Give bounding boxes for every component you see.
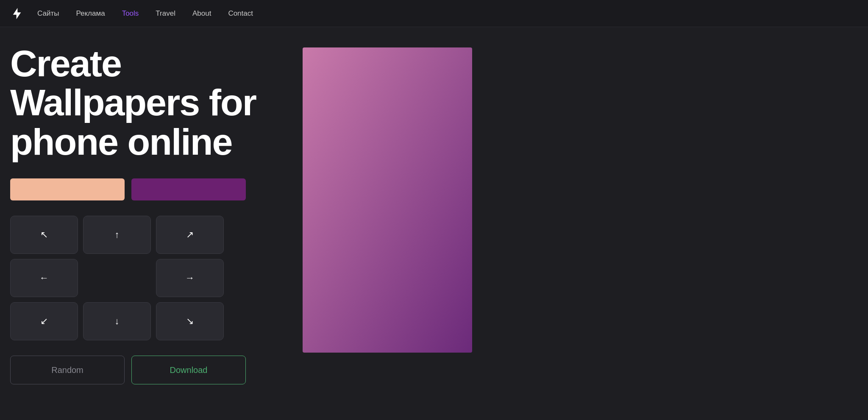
random-button[interactable]: Random bbox=[10, 356, 125, 384]
page-title: Create Wallpapers for phone online bbox=[10, 44, 286, 161]
main-container: Create Wallpapers for phone online ↖ ↑ ↗… bbox=[0, 27, 868, 401]
download-button[interactable]: Download bbox=[131, 356, 246, 384]
logo[interactable] bbox=[10, 7, 24, 20]
navbar: Сайты Реклама Tools Travel About Contact bbox=[0, 0, 868, 27]
direction-btn-top-right[interactable]: ↗ bbox=[156, 216, 224, 254]
nav-item-saity[interactable]: Сайты bbox=[37, 9, 59, 17]
nav-item-travel[interactable]: Travel bbox=[156, 9, 175, 17]
direction-btn-right[interactable]: → bbox=[156, 259, 224, 297]
nav-item-reklama[interactable]: Реклама bbox=[76, 9, 105, 17]
nav-item-about[interactable]: About bbox=[192, 9, 211, 17]
color-picker-2[interactable] bbox=[131, 178, 246, 200]
color-picker-1[interactable] bbox=[10, 178, 125, 200]
color-pickers bbox=[10, 178, 286, 200]
direction-btn-bottom-left[interactable]: ↙ bbox=[10, 302, 78, 340]
svg-marker-0 bbox=[13, 8, 21, 19]
preview-panel bbox=[303, 44, 472, 384]
direction-btn-bottom[interactable]: ↓ bbox=[83, 302, 151, 340]
nav-item-tools[interactable]: Tools bbox=[122, 9, 139, 17]
direction-btn-top[interactable]: ↑ bbox=[83, 216, 151, 254]
direction-btn-bottom-right[interactable]: ↘ bbox=[156, 302, 224, 340]
wallpaper-preview bbox=[303, 47, 472, 353]
direction-btn-left[interactable]: ← bbox=[10, 259, 78, 297]
direction-grid: ↖ ↑ ↗ ← → ↙ ↓ ↘ bbox=[10, 216, 286, 340]
nav-item-contact[interactable]: Contact bbox=[228, 9, 253, 17]
direction-btn-top-left[interactable]: ↖ bbox=[10, 216, 78, 254]
left-panel: Create Wallpapers for phone online ↖ ↑ ↗… bbox=[10, 44, 286, 384]
bottom-buttons: Random Download bbox=[10, 356, 286, 384]
nav-links: Сайты Реклама Tools Travel About Contact bbox=[37, 9, 253, 18]
